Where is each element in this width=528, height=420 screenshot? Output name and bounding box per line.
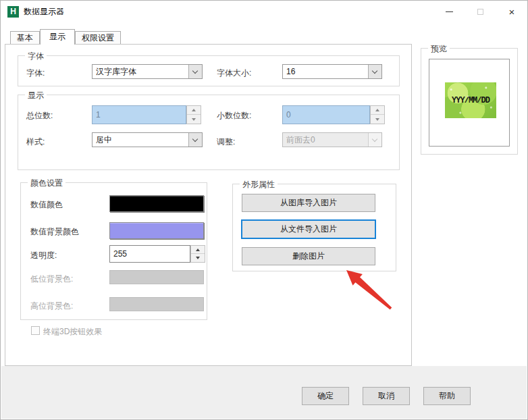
cancel-button[interactable]: 取消 (363, 387, 410, 405)
decimal-digits-label: 小数位数: (217, 110, 251, 122)
high-bg-color-label: 高位背景色: (30, 300, 73, 312)
ok-button[interactable]: 确定 (302, 387, 349, 405)
opacity-spinner[interactable]: 255 (109, 245, 205, 263)
opacity-spin-buttons[interactable] (190, 245, 205, 263)
tab-basic[interactable]: 基本 (10, 31, 40, 45)
color-settings-title: 颜色设置 (28, 178, 65, 189)
import-from-gallery-button[interactable]: 从图库导入图片 (242, 194, 375, 212)
spin-down-icon (187, 115, 201, 124)
decimal-digits-spin-buttons (370, 105, 385, 124)
adjust-label: 调整: (217, 136, 235, 148)
spin-up-icon (371, 106, 384, 115)
minimize-icon (446, 11, 453, 12)
tab-display[interactable]: 显示 (40, 29, 75, 45)
minimize-button[interactable] (434, 1, 465, 23)
footer-bar: 确定 取消 帮助 (1, 366, 527, 419)
display-tab-page: 字体 字体: 汉字库字体 字体大小: 16 显示 总位数: 1 (5, 44, 412, 366)
chevron-down-icon[interactable] (188, 65, 202, 78)
spin-up-icon (187, 106, 201, 115)
font-select[interactable]: 汉字库字体 (92, 64, 203, 79)
font-size-select[interactable]: 16 (282, 64, 382, 79)
font-group: 字体 字体: 汉字库字体 字体大小: 16 (18, 55, 400, 86)
font-label: 字体: (26, 68, 45, 79)
data-display-dialog: H 数据显示器 × 基本 显示 权限设置 字体 字体: 汉字库字体 字体大小: … (0, 0, 528, 420)
spin-up-icon[interactable] (191, 246, 205, 254)
style-select[interactable]: 居中 (92, 132, 203, 147)
display-group: 显示 总位数: 1 小数位数: 0 样式: 居中 (18, 95, 400, 170)
style-label: 样式: (26, 136, 45, 148)
shape-properties-title: 外形属性 (240, 179, 278, 190)
total-digits-label: 总位数: (26, 110, 53, 122)
adjust-select-value: 前面去0 (286, 133, 367, 147)
display-group-title: 显示 (25, 90, 47, 101)
app-icon: H (7, 6, 19, 18)
opacity-value[interactable]: 255 (109, 245, 190, 263)
chevron-down-icon[interactable] (368, 65, 381, 78)
terminal-3d-effect-checkbox (31, 326, 40, 335)
decimal-digits-spinner: 0 (282, 105, 385, 124)
tab-permissions[interactable]: 权限设置 (75, 31, 121, 45)
style-select-value: 居中 (96, 133, 187, 147)
spin-down-icon (371, 115, 384, 124)
font-size-select-value: 16 (286, 65, 367, 78)
adjust-select: 前面去0 (282, 132, 382, 147)
shape-properties-group: 外形属性 从图库导入图片 从文件导入图片 删除图片 (232, 184, 396, 271)
font-size-label: 字体大小: (217, 68, 251, 79)
import-from-file-button[interactable]: 从文件导入图片 (241, 219, 376, 239)
value-color-label: 数值颜色 (30, 199, 63, 211)
font-group-title: 字体 (25, 51, 47, 62)
preview-image: YYY/MM/DD (445, 82, 496, 118)
maximize-button (465, 1, 496, 23)
chevron-down-icon[interactable] (188, 133, 202, 147)
preview-group-title: 预览 (428, 43, 450, 55)
value-bg-color-label: 数值背景颜色 (30, 226, 79, 238)
font-select-value: 汉字库字体 (96, 65, 187, 78)
preview-canvas: YYY/MM/DD (429, 59, 510, 147)
preview-image-text: YYY/MM/DD (445, 82, 496, 118)
window-title: 数据显示器 (24, 1, 64, 23)
total-digits-value: 1 (92, 105, 186, 124)
help-button[interactable]: 帮助 (423, 387, 471, 405)
title-bar: H 数据显示器 × (1, 1, 527, 23)
red-arrow-annotation (335, 263, 399, 315)
decimal-digits-value: 0 (282, 105, 370, 124)
close-button[interactable]: × (496, 1, 527, 23)
total-digits-spin-buttons (186, 105, 201, 124)
value-color-swatch[interactable] (109, 195, 204, 212)
maximize-icon (477, 9, 483, 15)
chevron-down-icon (368, 133, 381, 147)
value-bg-color-swatch[interactable] (109, 222, 204, 239)
high-bg-color-swatch (109, 297, 204, 311)
preview-group: 预览 YYY/MM/DD (421, 48, 518, 155)
low-bg-color-swatch (109, 270, 204, 284)
total-digits-spinner: 1 (92, 105, 201, 124)
opacity-label: 透明度: (30, 250, 57, 261)
spin-down-icon[interactable] (191, 254, 205, 262)
terminal-3d-effect-label: 终端3D按钮效果 (43, 326, 102, 338)
color-settings-group: 颜色设置 数值颜色 数值背景颜色 透明度: 255 低位背景色: 高位背景色: (20, 182, 207, 320)
low-bg-color-label: 低位背景色: (30, 273, 73, 285)
